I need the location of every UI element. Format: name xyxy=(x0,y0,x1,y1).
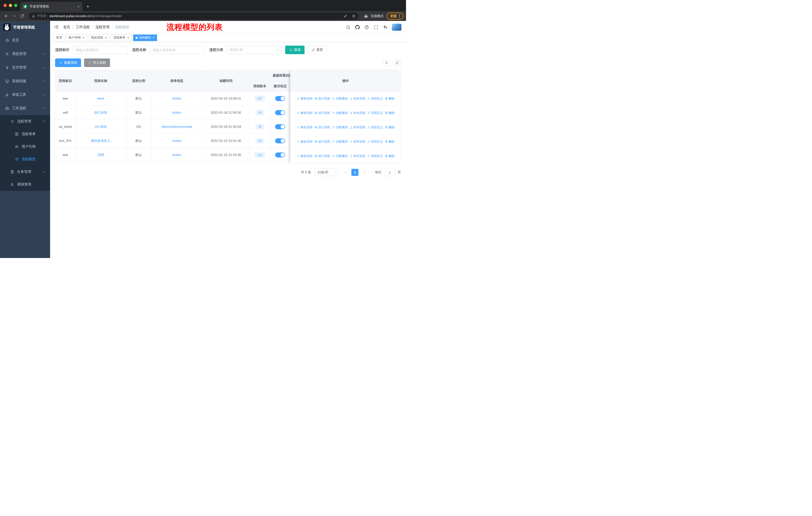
sidebar-item-payment-management[interactable]: 支付管理 xyxy=(0,61,50,74)
minimize-window-button[interactable] xyxy=(9,4,12,7)
sidebar-item-process-form[interactable]: 流程表单 xyxy=(0,128,50,140)
action-assign-rules[interactable]: 分配规则 xyxy=(332,140,348,144)
import-process-button[interactable]: 导入流程 xyxy=(84,58,110,67)
sidebar-item-task-management[interactable]: 任务管理 xyxy=(0,166,50,178)
tab-close-icon[interactable]: × xyxy=(77,4,80,8)
action-delete[interactable]: 删除 xyxy=(385,125,395,130)
breadcrumb-item[interactable]: 工作流程 xyxy=(76,25,90,29)
sidebar-item-infrastructure[interactable]: 基础设施 xyxy=(0,74,50,88)
sidebar-item-process-model[interactable]: 流程模型 xyxy=(0,153,50,166)
action-publish[interactable]: 发布流程 xyxy=(350,125,366,130)
tag-process-model[interactable]: 流程模型 × xyxy=(133,34,157,41)
process-name-link[interactable]: 测试多审批人 xyxy=(91,139,111,143)
process-name-link[interactable]: OA 请假 xyxy=(95,125,107,129)
close-tag-icon[interactable]: × xyxy=(153,36,155,39)
action-delete[interactable]: 删除 xyxy=(385,140,395,144)
action-delete[interactable]: 删除 xyxy=(385,154,395,158)
browser-menu-icon[interactable] xyxy=(399,14,401,19)
action-delete[interactable]: 删除 xyxy=(385,111,395,115)
key-icon[interactable] xyxy=(342,13,349,19)
address-bar[interactable]: 不安全 dashboard.yudao.iocoder.cn/bpm/manag… xyxy=(29,12,358,20)
sidebar-item-process-management[interactable]: 流程管理 xyxy=(0,115,50,128)
fullscreen-icon[interactable] xyxy=(373,24,379,30)
active-toggle[interactable] xyxy=(275,124,285,129)
form-info-link[interactable]: /bpm/oa/leave/create xyxy=(162,125,192,129)
action-definition[interactable]: 流程定义 xyxy=(367,154,383,158)
close-window-button[interactable] xyxy=(3,4,7,7)
help-icon[interactable] xyxy=(364,24,370,30)
sidebar-item-system-management[interactable]: 系统管理 xyxy=(0,47,50,61)
sidebar-item-user-group[interactable]: 用户分组 xyxy=(0,140,50,153)
action-assign-rules[interactable]: 分配规则 xyxy=(332,111,348,115)
prev-page-button[interactable] xyxy=(342,169,349,176)
update-button[interactable]: 更新 xyxy=(387,12,404,20)
tag-tenant-management[interactable]: 租户管理 × xyxy=(66,34,87,41)
action-modify[interactable]: 修改流程 xyxy=(297,97,313,101)
active-toggle[interactable] xyxy=(275,96,285,101)
action-design[interactable]: 设计流程 xyxy=(314,111,330,115)
action-design[interactable]: 设计流程 xyxy=(314,140,330,144)
action-design[interactable]: 设计流程 xyxy=(314,154,330,158)
browser-tab[interactable]: 芋道管理系统 × xyxy=(20,2,83,11)
category-select[interactable]: 流程分类 xyxy=(226,46,282,54)
next-page-button[interactable] xyxy=(361,169,368,176)
action-modify[interactable]: 修改流程 xyxy=(297,111,313,115)
action-assign-rules[interactable]: 分配规则 xyxy=(332,97,348,101)
active-toggle[interactable] xyxy=(275,153,285,158)
process-name-link[interactable]: 自己审批 xyxy=(94,111,107,114)
action-definition[interactable]: 流程定义 xyxy=(367,111,383,115)
toggle-search-button[interactable] xyxy=(383,59,390,66)
process-name-link[interactable]: eeee xyxy=(97,97,105,100)
action-modify[interactable]: 修改流程 xyxy=(297,125,313,130)
font-size-icon[interactable] xyxy=(383,24,388,30)
zoom-window-button[interactable] xyxy=(14,4,18,7)
breadcrumb-item[interactable]: 首页 xyxy=(63,25,70,29)
action-design[interactable]: 设计流程 xyxy=(314,97,330,101)
process-id-input[interactable] xyxy=(72,46,127,54)
action-definition[interactable]: 流程定义 xyxy=(367,140,383,144)
action-design[interactable]: 设计流程 xyxy=(314,125,330,130)
sidebar-item-workflow[interactable]: 工作流程 xyxy=(0,102,50,115)
github-icon[interactable] xyxy=(355,24,360,30)
breadcrumb-item[interactable]: 流程管理 xyxy=(95,25,110,29)
search-icon[interactable] xyxy=(345,24,351,30)
sidebar-item-leave-query[interactable]: 请假查询 xyxy=(0,178,50,191)
user-avatar[interactable] xyxy=(392,24,402,31)
page-number-current[interactable]: 1 xyxy=(351,169,358,176)
action-definition[interactable]: 流程定义 xyxy=(367,125,383,130)
tag-home[interactable]: 首页 xyxy=(54,34,65,41)
create-process-button[interactable]: 新建流程 xyxy=(55,58,81,67)
star-icon[interactable] xyxy=(350,13,357,19)
action-modify[interactable]: 修改流程 xyxy=(297,140,313,144)
tag-process-form[interactable]: 流程表单 × xyxy=(111,34,132,41)
form-info-link[interactable]: biubiu xyxy=(172,139,181,143)
new-tab-button[interactable]: + xyxy=(84,3,92,10)
goto-page-input[interactable] xyxy=(384,168,395,176)
active-toggle[interactable] xyxy=(275,138,285,143)
process-name-link[interactable]: 滔博 xyxy=(97,153,104,157)
form-info-link[interactable]: biubiu xyxy=(172,97,181,100)
form-info-link[interactable]: biubiu xyxy=(172,111,181,114)
action-definition[interactable]: 流程定义 xyxy=(367,97,383,101)
sidebar-item-dev-tools[interactable]: 研发工具 xyxy=(0,88,50,102)
page-size-select[interactable]: 10条/页 xyxy=(315,168,339,176)
back-icon[interactable] xyxy=(2,12,9,20)
form-info-link[interactable]: biubiu xyxy=(172,153,181,157)
action-publish[interactable]: 发布流程 xyxy=(350,111,366,115)
hamburger-icon[interactable] xyxy=(54,24,59,30)
active-toggle[interactable] xyxy=(275,110,285,115)
action-publish[interactable]: 发布流程 xyxy=(350,140,366,144)
sidebar-item-home[interactable]: 首页 xyxy=(0,33,50,47)
action-publish[interactable]: 发布流程 xyxy=(350,154,366,158)
close-tag-icon[interactable]: × xyxy=(83,36,85,39)
action-assign-rules[interactable]: 分配规则 xyxy=(332,125,348,130)
forward-icon[interactable] xyxy=(10,12,18,20)
action-publish[interactable]: 发布流程 xyxy=(350,97,366,101)
close-tag-icon[interactable]: × xyxy=(105,36,107,39)
action-assign-rules[interactable]: 分配规则 xyxy=(332,154,348,158)
action-delete[interactable]: 删除 xyxy=(385,97,395,101)
process-name-input[interactable] xyxy=(149,46,205,54)
reload-icon[interactable] xyxy=(19,12,26,20)
reset-button[interactable]: 重置 xyxy=(308,46,327,54)
action-modify[interactable]: 修改流程 xyxy=(297,154,313,158)
